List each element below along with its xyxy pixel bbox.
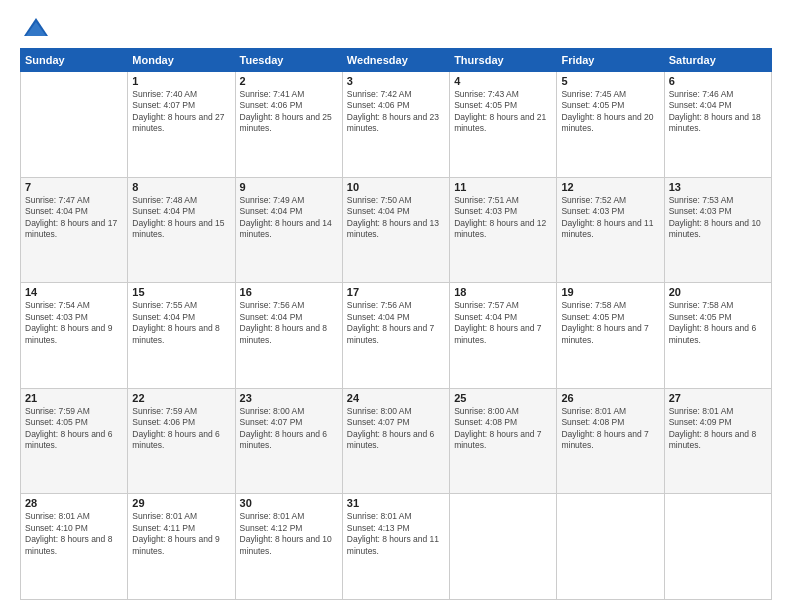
calendar-cell: 25Sunrise: 8:00 AMSunset: 4:08 PMDayligh… [450,388,557,494]
weekday-header: Sunday [21,49,128,72]
weekday-header-row: SundayMondayTuesdayWednesdayThursdayFrid… [21,49,772,72]
calendar-cell: 26Sunrise: 8:01 AMSunset: 4:08 PMDayligh… [557,388,664,494]
calendar-cell: 20Sunrise: 7:58 AMSunset: 4:05 PMDayligh… [664,283,771,389]
day-info: Sunrise: 8:01 AMSunset: 4:10 PMDaylight:… [25,511,123,557]
calendar-cell: 22Sunrise: 7:59 AMSunset: 4:06 PMDayligh… [128,388,235,494]
calendar-cell: 8Sunrise: 7:48 AMSunset: 4:04 PMDaylight… [128,177,235,283]
day-info: Sunrise: 7:56 AMSunset: 4:04 PMDaylight:… [347,300,445,346]
calendar-cell: 12Sunrise: 7:52 AMSunset: 4:03 PMDayligh… [557,177,664,283]
calendar-cell: 2Sunrise: 7:41 AMSunset: 4:06 PMDaylight… [235,72,342,178]
calendar-cell: 11Sunrise: 7:51 AMSunset: 4:03 PMDayligh… [450,177,557,283]
calendar-cell: 9Sunrise: 7:49 AMSunset: 4:04 PMDaylight… [235,177,342,283]
day-info: Sunrise: 7:59 AMSunset: 4:05 PMDaylight:… [25,406,123,452]
day-number: 10 [347,181,445,193]
calendar-cell: 15Sunrise: 7:55 AMSunset: 4:04 PMDayligh… [128,283,235,389]
day-info: Sunrise: 7:40 AMSunset: 4:07 PMDaylight:… [132,89,230,135]
day-number: 28 [25,497,123,509]
day-number: 14 [25,286,123,298]
day-info: Sunrise: 7:49 AMSunset: 4:04 PMDaylight:… [240,195,338,241]
day-info: Sunrise: 8:01 AMSunset: 4:13 PMDaylight:… [347,511,445,557]
calendar-cell: 7Sunrise: 7:47 AMSunset: 4:04 PMDaylight… [21,177,128,283]
day-number: 12 [561,181,659,193]
day-number: 27 [669,392,767,404]
day-number: 29 [132,497,230,509]
day-number: 19 [561,286,659,298]
day-number: 31 [347,497,445,509]
calendar-cell [557,494,664,600]
weekday-header: Thursday [450,49,557,72]
calendar-cell: 5Sunrise: 7:45 AMSunset: 4:05 PMDaylight… [557,72,664,178]
day-info: Sunrise: 8:00 AMSunset: 4:07 PMDaylight:… [347,406,445,452]
header [20,16,772,38]
logo-icon [22,16,50,38]
day-number: 7 [25,181,123,193]
day-info: Sunrise: 7:48 AMSunset: 4:04 PMDaylight:… [132,195,230,241]
day-number: 23 [240,392,338,404]
calendar-table: SundayMondayTuesdayWednesdayThursdayFrid… [20,48,772,600]
day-number: 8 [132,181,230,193]
day-info: Sunrise: 7:59 AMSunset: 4:06 PMDaylight:… [132,406,230,452]
day-number: 21 [25,392,123,404]
day-number: 3 [347,75,445,87]
day-info: Sunrise: 7:41 AMSunset: 4:06 PMDaylight:… [240,89,338,135]
day-number: 9 [240,181,338,193]
day-info: Sunrise: 8:01 AMSunset: 4:12 PMDaylight:… [240,511,338,557]
day-info: Sunrise: 7:57 AMSunset: 4:04 PMDaylight:… [454,300,552,346]
day-number: 20 [669,286,767,298]
day-number: 18 [454,286,552,298]
calendar-cell: 10Sunrise: 7:50 AMSunset: 4:04 PMDayligh… [342,177,449,283]
day-info: Sunrise: 7:42 AMSunset: 4:06 PMDaylight:… [347,89,445,135]
calendar-cell: 14Sunrise: 7:54 AMSunset: 4:03 PMDayligh… [21,283,128,389]
day-number: 16 [240,286,338,298]
day-number: 26 [561,392,659,404]
day-info: Sunrise: 7:51 AMSunset: 4:03 PMDaylight:… [454,195,552,241]
calendar-week-row: 21Sunrise: 7:59 AMSunset: 4:05 PMDayligh… [21,388,772,494]
calendar-week-row: 1Sunrise: 7:40 AMSunset: 4:07 PMDaylight… [21,72,772,178]
calendar-cell: 16Sunrise: 7:56 AMSunset: 4:04 PMDayligh… [235,283,342,389]
calendar-cell: 19Sunrise: 7:58 AMSunset: 4:05 PMDayligh… [557,283,664,389]
day-info: Sunrise: 7:55 AMSunset: 4:04 PMDaylight:… [132,300,230,346]
calendar-cell: 18Sunrise: 7:57 AMSunset: 4:04 PMDayligh… [450,283,557,389]
day-number: 22 [132,392,230,404]
day-number: 25 [454,392,552,404]
calendar-cell: 17Sunrise: 7:56 AMSunset: 4:04 PMDayligh… [342,283,449,389]
day-info: Sunrise: 7:45 AMSunset: 4:05 PMDaylight:… [561,89,659,135]
calendar-cell: 6Sunrise: 7:46 AMSunset: 4:04 PMDaylight… [664,72,771,178]
day-number: 17 [347,286,445,298]
calendar-cell: 4Sunrise: 7:43 AMSunset: 4:05 PMDaylight… [450,72,557,178]
calendar-cell: 23Sunrise: 8:00 AMSunset: 4:07 PMDayligh… [235,388,342,494]
day-info: Sunrise: 7:53 AMSunset: 4:03 PMDaylight:… [669,195,767,241]
calendar-week-row: 7Sunrise: 7:47 AMSunset: 4:04 PMDaylight… [21,177,772,283]
day-number: 4 [454,75,552,87]
calendar-cell: 21Sunrise: 7:59 AMSunset: 4:05 PMDayligh… [21,388,128,494]
day-number: 2 [240,75,338,87]
weekday-header: Friday [557,49,664,72]
calendar-cell [664,494,771,600]
calendar-week-row: 14Sunrise: 7:54 AMSunset: 4:03 PMDayligh… [21,283,772,389]
calendar-cell [450,494,557,600]
day-number: 6 [669,75,767,87]
day-number: 1 [132,75,230,87]
weekday-header: Tuesday [235,49,342,72]
day-number: 15 [132,286,230,298]
day-info: Sunrise: 8:01 AMSunset: 4:11 PMDaylight:… [132,511,230,557]
calendar-cell: 3Sunrise: 7:42 AMSunset: 4:06 PMDaylight… [342,72,449,178]
day-info: Sunrise: 8:01 AMSunset: 4:08 PMDaylight:… [561,406,659,452]
calendar-cell: 27Sunrise: 8:01 AMSunset: 4:09 PMDayligh… [664,388,771,494]
day-number: 24 [347,392,445,404]
day-number: 13 [669,181,767,193]
day-info: Sunrise: 7:50 AMSunset: 4:04 PMDaylight:… [347,195,445,241]
calendar-cell: 13Sunrise: 7:53 AMSunset: 4:03 PMDayligh… [664,177,771,283]
weekday-header: Wednesday [342,49,449,72]
weekday-header: Monday [128,49,235,72]
logo [20,16,50,38]
weekday-header: Saturday [664,49,771,72]
day-info: Sunrise: 7:43 AMSunset: 4:05 PMDaylight:… [454,89,552,135]
day-info: Sunrise: 7:52 AMSunset: 4:03 PMDaylight:… [561,195,659,241]
calendar-cell: 30Sunrise: 8:01 AMSunset: 4:12 PMDayligh… [235,494,342,600]
calendar-cell: 1Sunrise: 7:40 AMSunset: 4:07 PMDaylight… [128,72,235,178]
day-number: 11 [454,181,552,193]
day-info: Sunrise: 7:56 AMSunset: 4:04 PMDaylight:… [240,300,338,346]
calendar-cell [21,72,128,178]
day-info: Sunrise: 7:54 AMSunset: 4:03 PMDaylight:… [25,300,123,346]
